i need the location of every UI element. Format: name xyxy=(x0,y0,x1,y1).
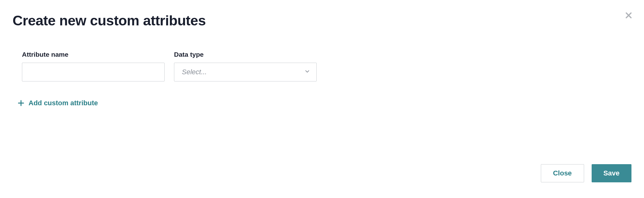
add-link-text: Add custom attribute xyxy=(29,99,98,107)
data-type-select[interactable]: Select... xyxy=(174,63,317,81)
attribute-name-group: Attribute name xyxy=(22,51,165,81)
plus-icon xyxy=(17,99,25,107)
modal-title: Create new custom attributes xyxy=(13,13,631,29)
form-row: Attribute name Data type Select... xyxy=(13,51,631,81)
close-button[interactable]: Close xyxy=(541,164,584,182)
attribute-name-input[interactable] xyxy=(22,63,165,81)
data-type-select-wrapper: Select... xyxy=(174,63,317,81)
data-type-group: Data type Select... xyxy=(174,51,317,81)
add-custom-attribute-link[interactable]: Add custom attribute xyxy=(13,99,631,107)
data-type-label: Data type xyxy=(174,51,317,58)
save-button[interactable]: Save xyxy=(592,164,631,182)
close-icon[interactable] xyxy=(624,11,633,20)
data-type-placeholder: Select... xyxy=(182,68,207,76)
modal-container: Create new custom attributes Attribute n… xyxy=(0,0,644,198)
attribute-name-label: Attribute name xyxy=(22,51,165,58)
button-row: Close Save xyxy=(541,164,631,182)
